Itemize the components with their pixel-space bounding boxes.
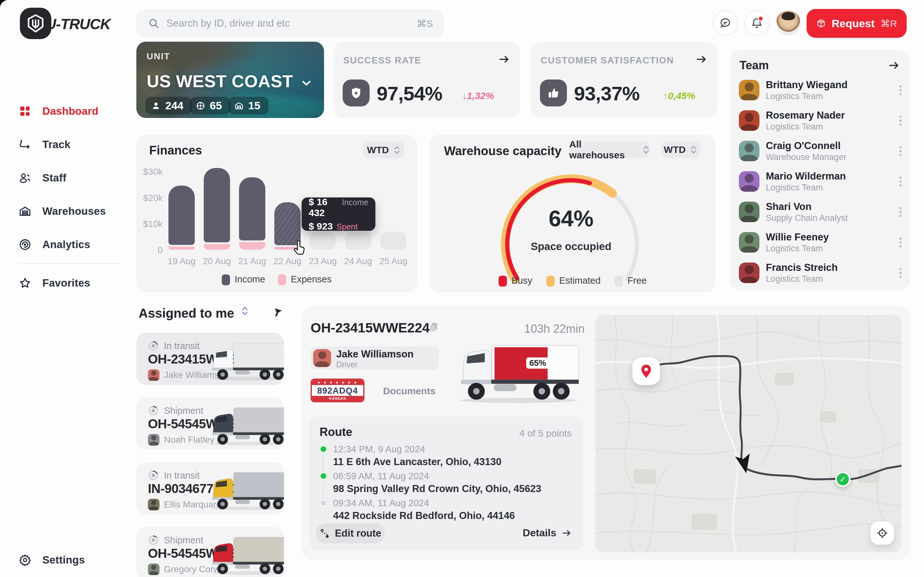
topbar: U-TRUCK ⌘S Request ⌘R — [0, 0, 924, 47]
messages-button[interactable] — [713, 11, 738, 35]
income-bar — [239, 177, 265, 240]
finances-period-select[interactable]: WTD — [363, 142, 405, 158]
finances-title: Finances — [149, 143, 202, 157]
assigned-shipment-card[interactable]: Shipment OH-54545WWE224 Noah Flatley — [136, 398, 284, 450]
user-avatar[interactable] — [776, 11, 801, 35]
sidebar-item-favorites[interactable]: Favorites — [19, 277, 90, 290]
bar-placeholder — [345, 232, 371, 250]
success-rate-value: 97,54% — [376, 82, 442, 105]
team-member-row[interactable]: Willie Feeney Logistics Team — [730, 231, 909, 260]
plate-state: ·KANSAS· — [312, 396, 363, 401]
sidebar-item-dashboard[interactable]: Dashboard — [19, 105, 99, 118]
route-map[interactable]: ✓ — [595, 315, 901, 552]
kebab-menu-icon[interactable] — [899, 84, 902, 97]
driver-avatar — [148, 499, 160, 510]
y-tick-label: $10k — [137, 219, 163, 229]
sort-icon[interactable] — [241, 306, 248, 316]
documents-link[interactable]: Documents — [383, 386, 435, 396]
filter-icon[interactable] — [272, 308, 283, 318]
arrow-right-icon[interactable] — [498, 53, 510, 65]
request-shortcut: ⌘R — [880, 18, 897, 29]
team-member-row[interactable]: Brittany Wiegand Logistics Team — [730, 79, 909, 108]
dashboard-icon — [19, 105, 31, 118]
assigned-shipment-card[interactable]: In transit OH-23415WWE224 Jake Williamso… — [136, 333, 284, 385]
expenses-bar — [239, 242, 265, 250]
chevron-down-icon[interactable] — [300, 76, 313, 90]
sidebar-item-analytics[interactable]: Analytics — [19, 238, 90, 251]
kebab-menu-icon[interactable] — [899, 114, 902, 127]
team-member-row[interactable]: Shari Von Supply Chain Analyst — [730, 201, 909, 230]
sidebar-item-track[interactable]: Track — [19, 138, 71, 151]
navigation-cursor — [733, 453, 756, 475]
kebab-menu-icon[interactable] — [899, 236, 902, 249]
team-member-row[interactable]: Francis Streich Logistics Team — [730, 262, 909, 291]
expenses-bar — [204, 244, 230, 250]
success-rate-delta: ↓1,32% — [462, 90, 494, 101]
route-progress: 4 of 5 points — [519, 428, 572, 439]
unit-card[interactable]: UNIT US WEST COAST 244 65 15 — [136, 42, 324, 118]
locate-button[interactable] — [871, 522, 894, 545]
success-rate-card: SUCCESS RATE 97,54% ↓1,32% — [334, 42, 520, 118]
kebab-menu-icon[interactable] — [899, 145, 902, 158]
arrow-right-icon[interactable] — [888, 59, 900, 71]
global-search[interactable]: ⌘S — [136, 10, 444, 37]
route-connector — [323, 482, 324, 500]
assigned-shipment-card[interactable]: In transit IN-9034677ZFG154 Ellis Marqua… — [136, 462, 284, 514]
warehouse-small-icon — [234, 101, 244, 111]
sidebar-divider — [19, 263, 121, 264]
edit-route-button[interactable]: Edit route — [316, 524, 385, 543]
warehouse-filter-select[interactable]: All warehouses — [569, 141, 649, 158]
kebab-menu-icon[interactable] — [899, 205, 902, 219]
sidebar-item-staff[interactable]: Staff — [19, 171, 66, 184]
bar-placeholder — [380, 232, 407, 250]
sidebar: Dashboard Track Staff Warehouses Analyti… — [0, 47, 135, 577]
driver-avatar — [313, 349, 331, 367]
income-bar — [204, 168, 230, 242]
request-button[interactable]: Request ⌘R — [806, 9, 907, 38]
driver-avatar — [148, 564, 160, 575]
shipment-truck-image: 65% — [454, 337, 583, 404]
star-icon — [19, 277, 31, 290]
unit-vehicles-chip: 65 — [190, 97, 230, 114]
sidebar-item-settings[interactable]: Settings — [19, 554, 85, 566]
team-member-row[interactable]: Rosemary Nader Logistics Team — [730, 110, 909, 139]
customer-satisfaction-card: CUSTOMER SATISFACTION 93,37% ↑0,45% — [531, 42, 717, 118]
request-label: Request — [832, 17, 875, 30]
license-plate: ★ ★ ★ ★ ★ ★ ★ 892ADQ4 ·KANSAS· — [310, 379, 365, 402]
analytics-icon — [19, 238, 31, 251]
origin-pin[interactable] — [632, 358, 660, 385]
route-title: Route — [320, 425, 352, 439]
customer-satisfaction-label: CUSTOMER SATISFACTION — [541, 55, 674, 66]
assigned-shipment-card[interactable]: Shipment OH-54545WWE224 Gregory Corwin — [136, 527, 284, 577]
shipment-detail-card: OH-23415WWE224 103h 22min Jake Williamso… — [302, 306, 911, 560]
y-tick-label: $20k — [137, 193, 163, 203]
updown-chevrons-icon — [643, 145, 649, 154]
notifications-button[interactable] — [744, 11, 769, 35]
details-link[interactable]: Details — [523, 527, 572, 539]
completed-checkpoint[interactable]: ✓ — [835, 472, 851, 487]
notification-dot — [758, 16, 764, 21]
shipment-duration: 103h 22min — [494, 322, 585, 335]
warehouse-legend: Busy Estimated Free — [430, 276, 716, 287]
assigned-header: Assigned to me — [139, 306, 284, 322]
kebab-menu-icon[interactable] — [899, 266, 902, 279]
track-icon — [19, 138, 31, 151]
crosshair-icon — [876, 527, 888, 539]
driver-avatar — [148, 434, 160, 446]
warehouse-period-select[interactable]: WTD — [661, 141, 700, 158]
capacity-value: 64% — [497, 206, 645, 231]
team-member-row[interactable]: Mario Wilderman Logistics Team — [730, 171, 909, 199]
status-progress-icon — [148, 340, 159, 351]
team-member-row[interactable]: Craig O'Connell Warehouse Manager — [730, 140, 909, 169]
updown-chevrons-icon — [690, 145, 697, 154]
copy-icon[interactable] — [428, 322, 439, 332]
route-card: Route 4 of 5 points 12:34 PM, 9 Aug 2024… — [309, 416, 583, 550]
driver-chip[interactable]: Jake Williamson Driver — [310, 347, 439, 370]
search-input[interactable] — [166, 18, 410, 29]
arrow-right-icon[interactable] — [695, 53, 708, 65]
route-done-dot — [320, 445, 327, 453]
status-progress-icon — [148, 405, 159, 416]
sidebar-item-warehouses[interactable]: Warehouses — [19, 205, 106, 218]
customer-satisfaction-value: 93,37% — [574, 82, 640, 105]
kebab-menu-icon[interactable] — [899, 175, 902, 188]
